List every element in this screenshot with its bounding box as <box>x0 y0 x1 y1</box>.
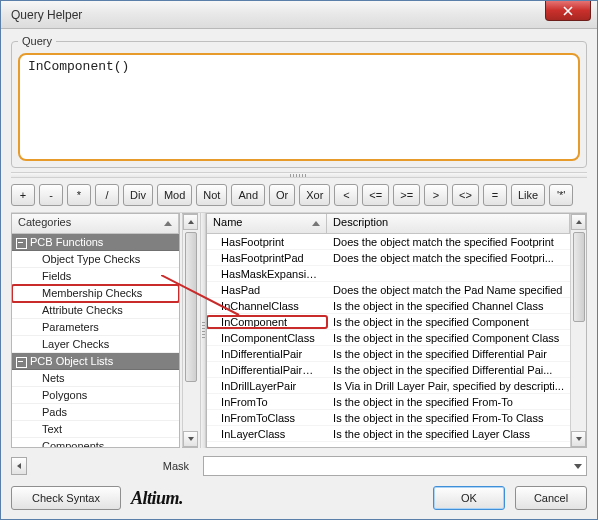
table-row[interactable]: InDrillLayerPairIs Via in Drill Layer Pa… <box>207 378 570 394</box>
scroll-down-icon[interactable] <box>183 431 198 447</box>
mask-prev-button[interactable] <box>11 457 27 475</box>
tree-group[interactable]: PCB Functions <box>12 234 179 251</box>
operator-button[interactable]: < <box>334 184 358 206</box>
operator-button[interactable]: - <box>39 184 63 206</box>
close-icon <box>563 6 573 16</box>
categories-tree[interactable]: PCB FunctionsObject Type ChecksFieldsMem… <box>12 234 179 447</box>
table-row[interactable]: InFromToIs the object in the specified F… <box>207 394 570 410</box>
operator-button[interactable]: '*' <box>549 184 573 206</box>
operator-button[interactable]: + <box>11 184 35 206</box>
operator-button[interactable]: Xor <box>299 184 330 206</box>
description-header[interactable]: Description <box>327 214 570 233</box>
operator-button[interactable]: >= <box>393 184 420 206</box>
table-row[interactable]: InChannelClassIs the object in the speci… <box>207 298 570 314</box>
table-row[interactable]: HasPadDoes the object match the Pad Name… <box>207 282 570 298</box>
cell-name: HasFootprintPad <box>207 252 327 264</box>
cell-description: Is the object in the specified From-To <box>327 396 570 408</box>
ok-button[interactable]: OK <box>433 486 505 510</box>
results-pane: Name Description HasFootprintDoes the ob… <box>206 213 587 448</box>
cell-name: HasMaskExpansio... <box>207 268 327 280</box>
operator-button[interactable]: Div <box>123 184 153 206</box>
tree-group[interactable]: PCB Object Lists <box>12 353 179 370</box>
query-group: Query InComponent() <box>11 35 587 168</box>
cell-name: InLayerClass <box>207 428 327 440</box>
scroll-thumb[interactable] <box>573 232 585 322</box>
operator-button[interactable]: > <box>424 184 448 206</box>
operator-button[interactable]: Or <box>269 184 295 206</box>
tree-item[interactable]: Object Type Checks <box>12 251 179 268</box>
table-row[interactable]: HasMaskExpansio... <box>207 266 570 282</box>
categories-header[interactable]: Categories <box>12 214 179 233</box>
table-row[interactable]: InComponentClassIs the object in the spe… <box>207 330 570 346</box>
scroll-up-icon[interactable] <box>571 214 586 230</box>
table-row[interactable]: HasFootprintPadDoes the object match the… <box>207 250 570 266</box>
cell-name: InComponent <box>207 316 327 328</box>
cell-name: InFromTo <box>207 396 327 408</box>
tree-item[interactable]: Text <box>12 421 179 438</box>
results-scrollbar[interactable] <box>570 214 586 447</box>
mask-combobox[interactable] <box>203 456 587 476</box>
mask-row: Mask <box>11 452 587 480</box>
mask-label: Mask <box>35 460 195 472</box>
cell-description: Is the object in the specified Channel C… <box>327 300 570 312</box>
cell-name: InDrillLayerPair <box>207 380 327 392</box>
operator-button[interactable]: Like <box>511 184 545 206</box>
operator-button[interactable]: = <box>483 184 507 206</box>
check-syntax-button[interactable]: Check Syntax <box>11 486 121 510</box>
window-title: Query Helper <box>11 8 82 22</box>
table-row[interactable]: HasFootprintDoes the object match the sp… <box>207 234 570 250</box>
operator-button[interactable]: <> <box>452 184 479 206</box>
categories-scrollbar[interactable] <box>182 214 198 447</box>
operator-toolbar: +-*/DivModNotAndOrXor<<=>=><>=Like'*' <box>11 180 587 212</box>
table-row[interactable]: InDifferentialPairCl...Is the object in … <box>207 362 570 378</box>
tree-item[interactable]: Attribute Checks <box>12 302 179 319</box>
table-row[interactable]: InDifferentialPairIs the object in the s… <box>207 346 570 362</box>
name-header[interactable]: Name <box>207 214 327 233</box>
scroll-up-icon[interactable] <box>183 214 198 230</box>
tree-item[interactable]: Nets <box>12 370 179 387</box>
cell-description: Does the object match the specified Foot… <box>327 252 570 264</box>
cell-description: Is the object in the specified From-To C… <box>327 412 570 424</box>
cell-description: Is the object in the specified Different… <box>327 364 570 376</box>
tree-item[interactable]: Components <box>12 438 179 447</box>
operator-button[interactable]: And <box>231 184 265 206</box>
query-textarea[interactable]: InComponent() <box>18 53 580 161</box>
operator-button[interactable]: Mod <box>157 184 192 206</box>
cell-description: Is the object in the specified Component… <box>327 332 570 344</box>
tree-item[interactable]: Layer Checks <box>12 336 179 353</box>
cell-name: InDifferentialPair <box>207 348 327 360</box>
tree-item[interactable]: Fields <box>12 268 179 285</box>
query-legend: Query <box>18 35 56 47</box>
cancel-button[interactable]: Cancel <box>515 486 587 510</box>
cell-name: InComponentClass <box>207 332 327 344</box>
categories-pane: Categories PCB FunctionsObject Type Chec… <box>11 213 180 448</box>
table-row[interactable]: InFromToClassIs the object in the specif… <box>207 410 570 426</box>
close-button[interactable] <box>545 1 591 21</box>
cell-name: InChannelClass <box>207 300 327 312</box>
tree-item[interactable]: Pads <box>12 404 179 421</box>
cell-description: Is the object in the specified Different… <box>327 348 570 360</box>
title-bar: Query Helper <box>1 1 597 29</box>
cell-name: HasFootprint <box>207 236 327 248</box>
scroll-thumb[interactable] <box>185 232 197 382</box>
brand-label: Altium. <box>131 488 183 509</box>
cell-name: InDifferentialPairCl... <box>207 364 327 376</box>
tree-item[interactable]: Parameters <box>12 319 179 336</box>
tree-item[interactable]: Membership Checks <box>12 285 179 302</box>
footer: Check Syntax Altium. OK Cancel <box>11 486 587 510</box>
operator-button[interactable]: * <box>67 184 91 206</box>
scroll-down-icon[interactable] <box>571 431 586 447</box>
operator-button[interactable]: <= <box>362 184 389 206</box>
cell-description: Is Via in Drill Layer Pair, specified by… <box>327 380 570 392</box>
cell-description: Is the object in the specified Layer Cla… <box>327 428 570 440</box>
table-row[interactable]: InComponentIs the object in the specifie… <box>207 314 570 330</box>
operator-button[interactable]: Not <box>196 184 227 206</box>
results-rows[interactable]: HasFootprintDoes the object match the sp… <box>207 234 570 442</box>
cell-name: HasPad <box>207 284 327 296</box>
horizontal-splitter[interactable] <box>11 172 587 178</box>
table-row[interactable]: InLayerClassIs the object in the specifi… <box>207 426 570 442</box>
cell-description: Is the object in the specified Component <box>327 316 570 328</box>
operator-button[interactable]: / <box>95 184 119 206</box>
cell-description: Does the object match the Pad Name speci… <box>327 284 570 296</box>
tree-item[interactable]: Polygons <box>12 387 179 404</box>
